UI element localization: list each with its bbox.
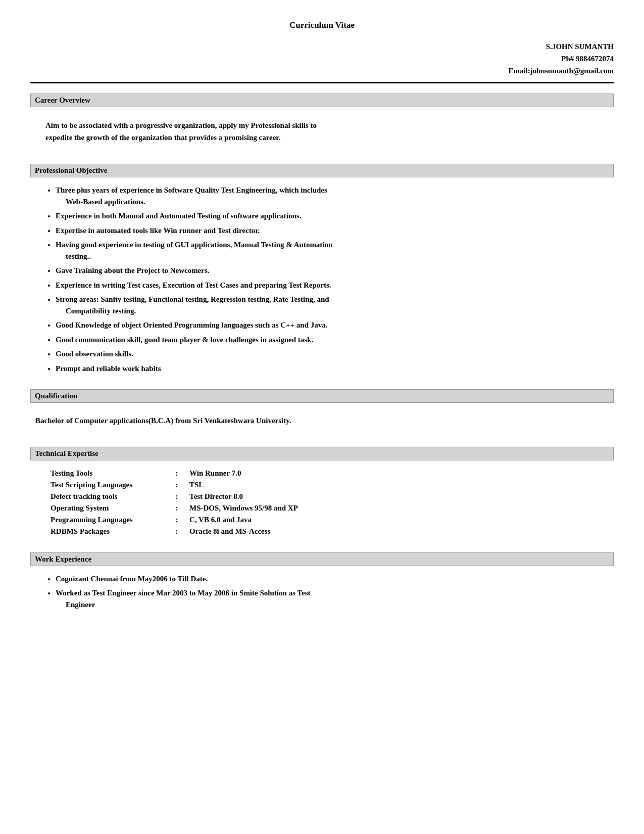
tech-value: Win Runner 7.0 <box>187 468 303 479</box>
table-row: Operating System : MS-DOS, Windows 95/98… <box>51 502 303 514</box>
list-item: Good observation skills. <box>56 348 609 360</box>
qualification-body: Bachelor of Computer applications(B.C.A)… <box>30 410 614 432</box>
table-row: RDBMS Packages : Oracle 8i and MS-Access <box>51 526 303 537</box>
tech-value: Oracle 8i and MS-Access <box>187 526 303 537</box>
tech-label: Test Scripting Languages <box>51 479 172 491</box>
list-item: Expertise in automated tools like Win ru… <box>56 225 609 237</box>
tech-colon: : <box>172 514 187 526</box>
list-item: Strong areas: Sanity testing, Functional… <box>56 294 609 316</box>
tech-label: Programming Languages <box>51 514 172 526</box>
list-item: Experience in writing Test cases, Execut… <box>56 280 609 291</box>
list-item: Good Knowledge of object Oriented Progra… <box>56 319 609 331</box>
list-item: Experience in both Manual and Automated … <box>56 210 609 222</box>
work-experience-section: Work Experience Cognizant Chennai from M… <box>30 552 614 611</box>
list-item: Prompt and reliable work habits <box>56 363 609 375</box>
professional-objective-list: Three plus years of experience in Softwa… <box>35 184 609 374</box>
list-item: Three plus years of experience in Softwa… <box>56 184 609 207</box>
work-experience-body: Cognizant Chennai from May2006 to Till D… <box>30 573 614 611</box>
table-row: Test Scripting Languages : TSL <box>51 479 303 491</box>
career-overview-header: Career Overview <box>30 94 614 107</box>
header-name: S.JOHN SUMANTH <box>30 40 614 53</box>
tech-value: MS-DOS, Windows 95/98 and XP <box>187 502 303 514</box>
header-block: S.JOHN SUMANTH Ph# 9884672074 Email:john… <box>30 40 614 77</box>
list-item: Having good experience in testing of GUI… <box>56 239 609 262</box>
tech-value: Test Director 8.0 <box>187 491 303 502</box>
technical-expertise-header: Technical Expertise <box>30 447 614 460</box>
technical-expertise-section: Technical Expertise Testing Tools : Win … <box>30 447 614 537</box>
resume-page: Curriculum Vitae S.JOHN SUMANTH Ph# 9884… <box>30 20 614 610</box>
header-email: Email:johnsumanth@gmail.com <box>30 65 614 77</box>
career-overview-text2: expedite the growth of the organization … <box>45 133 280 142</box>
tech-value: C, VB 6.0 and Java <box>187 514 303 526</box>
list-item: Worked as Test Engineer since Mar 2003 t… <box>56 587 609 610</box>
header-divider <box>30 82 614 83</box>
list-item: Good communication skill, good team play… <box>56 334 609 346</box>
tech-table: Testing Tools : Win Runner 7.0 Test Scri… <box>51 468 303 537</box>
tech-label: RDBMS Packages <box>51 526 172 537</box>
tech-label: Operating System <box>51 502 172 514</box>
table-row: Programming Languages : C, VB 6.0 and Ja… <box>51 514 303 526</box>
career-overview-body: Aim to be associated with a progressive … <box>30 114 614 149</box>
table-row: Testing Tools : Win Runner 7.0 <box>51 468 303 479</box>
tech-colon: : <box>172 502 187 514</box>
list-item: Gave Training about the Project to Newco… <box>56 265 609 276</box>
tech-colon: : <box>172 468 187 479</box>
professional-objective-body: Three plus years of experience in Softwa… <box>30 184 614 374</box>
tech-label: Testing Tools <box>51 468 172 479</box>
work-experience-header: Work Experience <box>30 552 614 566</box>
technical-expertise-body: Testing Tools : Win Runner 7.0 Test Scri… <box>30 468 614 537</box>
header-phone: Ph# 9884672074 <box>30 53 614 65</box>
table-row: Defect tracking tools : Test Director 8.… <box>51 491 303 502</box>
page-title: Curriculum Vitae <box>30 20 614 30</box>
career-overview-section: Career Overview Aim to be associated wit… <box>30 94 614 149</box>
tech-colon: : <box>172 491 187 502</box>
professional-objective-header: Professional Objective <box>30 164 614 177</box>
professional-objective-section: Professional Objective Three plus years … <box>30 164 614 374</box>
qualification-header: Qualification <box>30 389 614 403</box>
career-overview-text1: Aim to be associated with a progressive … <box>45 121 317 129</box>
tech-value: TSL <box>187 479 303 491</box>
work-exp-list: Cognizant Chennai from May2006 to Till D… <box>35 573 609 611</box>
tech-colon: : <box>172 526 187 537</box>
list-item: Cognizant Chennai from May2006 to Till D… <box>56 573 609 585</box>
qualification-section: Qualification Bachelor of Computer appli… <box>30 389 614 432</box>
tech-colon: : <box>172 479 187 491</box>
tech-label: Defect tracking tools <box>51 491 172 502</box>
